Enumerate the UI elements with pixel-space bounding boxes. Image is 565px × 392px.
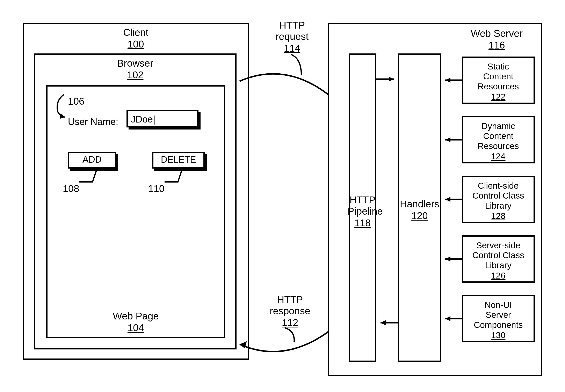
delete-button[interactable]: DELETE bbox=[152, 152, 205, 168]
svg-marker-12 bbox=[445, 197, 450, 202]
svg-marker-10 bbox=[445, 137, 450, 142]
username-value: JDoe| bbox=[131, 114, 155, 125]
callout-108-leader bbox=[79, 169, 104, 186]
pipeline-title: HTTP Pipeline bbox=[348, 194, 377, 217]
http-request-title: HTTP request bbox=[263, 20, 321, 42]
webserver-title: Web Server bbox=[458, 28, 536, 39]
resource-client-lib-title: Client-side Control Class Library bbox=[462, 181, 535, 211]
webserver-label: Web Server 116 bbox=[458, 28, 536, 51]
webserver-num: 116 bbox=[458, 40, 536, 51]
resource-nonui-num: 130 bbox=[462, 330, 535, 340]
res2-arrow bbox=[441, 136, 462, 144]
svg-marker-16 bbox=[445, 316, 450, 321]
client-title: Client bbox=[23, 27, 249, 38]
pipeline-label: HTTP Pipeline 118 bbox=[348, 194, 377, 229]
resource-dynamic-num: 124 bbox=[462, 152, 535, 161]
resource-static-title: Static Content Resources bbox=[462, 62, 535, 91]
handlers-label: Handlers 120 bbox=[398, 198, 441, 221]
http-request-label: HTTP request 114 bbox=[263, 20, 321, 54]
svg-marker-14 bbox=[445, 256, 450, 262]
callout-110: 110 bbox=[148, 183, 165, 194]
resource-dynamic-title: Dynamic Content Resources bbox=[462, 121, 535, 151]
delete-label: DELETE bbox=[161, 154, 196, 165]
res1-arrow bbox=[441, 76, 462, 84]
resource-server-lib-title: Server-side Control Class Library bbox=[462, 240, 535, 270]
resource-dynamic-label: Dynamic Content Resources 124 bbox=[462, 121, 535, 161]
callout-110-leader bbox=[165, 169, 189, 186]
client-label: Client 100 bbox=[23, 27, 249, 50]
handlers-title: Handlers bbox=[398, 198, 441, 210]
add-label: ADD bbox=[83, 154, 101, 165]
username-input[interactable]: JDoe| bbox=[127, 110, 199, 127]
res4-arrow bbox=[441, 255, 462, 263]
browser-label: Browser 102 bbox=[34, 57, 236, 81]
handlers-to-pipe-arrow bbox=[377, 319, 398, 327]
res5-arrow bbox=[441, 314, 462, 323]
svg-marker-4 bbox=[389, 77, 394, 82]
resource-server-lib-label: Server-side Control Class Library 126 bbox=[462, 240, 535, 280]
client-num: 100 bbox=[23, 39, 249, 50]
resource-nonui-label: Non-UI Server Components 130 bbox=[462, 300, 535, 340]
resource-static-num: 122 bbox=[462, 92, 535, 102]
callout-108: 108 bbox=[63, 183, 79, 194]
resource-client-lib-label: Client-side Control Class Library 128 bbox=[462, 181, 535, 221]
browser-num: 102 bbox=[34, 69, 236, 81]
webpage-label: Web Page 104 bbox=[46, 310, 225, 333]
resource-client-lib-num: 128 bbox=[462, 211, 535, 221]
svg-marker-6 bbox=[380, 320, 386, 325]
resource-nonui-title: Non-UI Server Components bbox=[462, 300, 535, 330]
browser-title: Browser bbox=[34, 57, 236, 69]
res3-arrow bbox=[441, 195, 462, 204]
handlers-num: 120 bbox=[398, 210, 441, 221]
webpage-num: 104 bbox=[46, 322, 225, 333]
webpage-title: Web Page bbox=[46, 310, 225, 322]
resource-static-label: Static Content Resources 122 bbox=[462, 62, 535, 102]
svg-marker-8 bbox=[445, 78, 450, 83]
add-button[interactable]: ADD bbox=[68, 152, 116, 168]
pipe-to-handlers-arrow bbox=[377, 75, 398, 83]
username-label: User Name: bbox=[68, 116, 118, 127]
resource-server-lib-num: 126 bbox=[462, 271, 535, 280]
http-request-num: 114 bbox=[263, 42, 321, 54]
pipeline-num: 118 bbox=[348, 217, 377, 229]
